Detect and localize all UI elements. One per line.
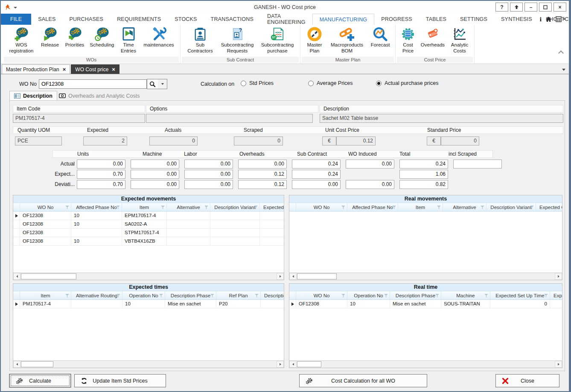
col-header[interactable]: Expected C: [260, 203, 284, 211]
doc-tab-master-production-plan[interactable]: Master Production Plan ×: [2, 64, 70, 74]
filter-icon[interactable]: [341, 294, 345, 297]
matrix-cell[interactable]: 0.24: [292, 160, 341, 168]
overheads-button[interactable]: Overheads: [418, 26, 448, 49]
horizontal-scrollbar[interactable]: [13, 273, 284, 280]
col-header[interactable]: WO No: [296, 291, 347, 299]
matrix-cell[interactable]: 0.00: [238, 160, 287, 168]
matrix-cell[interactable]: 0.82: [399, 180, 448, 189]
tab-progress[interactable]: PROGRESS: [374, 14, 419, 25]
filter-icon[interactable]: [65, 294, 69, 297]
description-field[interactable]: Sachet M02 Table basse: [320, 114, 563, 123]
scroll-right-icon[interactable]: [277, 273, 284, 280]
minimize-button[interactable]: –: [524, 3, 537, 12]
quantity-uom-field[interactable]: PCE: [15, 136, 62, 145]
doc-tab-close-icon[interactable]: ×: [63, 67, 66, 72]
col-header[interactable]: Alternative Routing: [71, 291, 122, 299]
tab-stocks[interactable]: STOCKS: [168, 14, 204, 25]
scroll-left-icon[interactable]: [289, 273, 297, 280]
calculate-button[interactable]: Calculate: [9, 374, 71, 387]
col-header[interactable]: Item: [122, 203, 167, 211]
subcontracting-requests-button[interactable]: ? Subcontracting Requests: [217, 26, 257, 54]
radio-average-prices[interactable]: Average Prices: [308, 80, 353, 86]
matrix-cell[interactable]: 0.00: [131, 160, 179, 168]
table-row[interactable]: PM170517-4 10 Mise en sachet P20: [13, 300, 284, 308]
radio-actual-purchase-prices[interactable]: Actual purchase prices: [376, 80, 438, 86]
doc-tab-wo-cost-price[interactable]: WO Cost price ×: [71, 64, 119, 74]
unit-cost-price-field[interactable]: 0.12: [336, 136, 376, 145]
scroll-left-icon[interactable]: [13, 273, 20, 280]
filter-icon[interactable]: [341, 206, 345, 209]
col-header[interactable]: WO No: [296, 203, 347, 211]
doc-strip-dropdown-icon[interactable]: [562, 69, 565, 71]
col-header[interactable]: Expecte: [550, 291, 562, 299]
scheduling-button[interactable]: Scheduling: [87, 26, 117, 49]
cost-price-button[interactable]: Cost Price: [398, 26, 418, 54]
filter-icon[interactable]: [481, 206, 484, 209]
tab-requirements[interactable]: REQUIREMENTS: [110, 14, 168, 25]
options-field[interactable]: [146, 114, 313, 123]
wo-no-input[interactable]: [39, 79, 147, 89]
matrix-cell[interactable]: 0.12: [238, 170, 287, 179]
col-header[interactable]: Expected C: [536, 203, 562, 211]
filter-icon[interactable]: [255, 294, 259, 297]
table-row[interactable]: OF12308 10 VBTB4X16ZB: [13, 237, 284, 246]
col-header[interactable]: Affected Phase No: [71, 203, 122, 211]
matrix-cell[interactable]: 0.00: [292, 180, 341, 189]
matrix-cell-incl-scraped[interactable]: [453, 160, 502, 168]
filter-icon[interactable]: [484, 294, 488, 297]
horizontal-scrollbar[interactable]: [13, 360, 284, 368]
col-header[interactable]: Alternative: [443, 203, 487, 211]
col-header[interactable]: Description Variant: [487, 203, 536, 211]
tab-sales[interactable]: SALES: [31, 14, 62, 25]
scroll-thumb[interactable]: [21, 273, 76, 279]
matrix-cell[interactable]: 0.12: [238, 180, 287, 189]
scroll-thumb[interactable]: [297, 273, 337, 279]
analytic-costs-button[interactable]: Analytic Costs: [448, 26, 472, 54]
filter-icon[interactable]: [384, 294, 388, 297]
filter-icon[interactable]: [161, 206, 165, 209]
matrix-cell[interactable]: 0.00: [184, 180, 233, 189]
wos-registration-button[interactable]: WOS registration: [5, 26, 38, 54]
scroll-left-icon[interactable]: [13, 361, 20, 368]
col-header[interactable]: Item: [20, 291, 71, 299]
col-header[interactable]: Machine: [441, 291, 490, 299]
matrix-cell[interactable]: 1.06: [399, 170, 448, 179]
matrix-cell[interactable]: 0.70: [77, 180, 125, 189]
col-header[interactable]: Description Phase: [390, 291, 441, 299]
update-item-std-prices-button[interactable]: Update Item Std Prices: [74, 374, 166, 387]
actuals-field[interactable]: 0: [149, 136, 198, 145]
col-header[interactable]: Expected Set Up Time: [490, 291, 550, 299]
tab-settings[interactable]: SETTINGS: [453, 14, 494, 25]
filter-icon[interactable]: [210, 294, 214, 297]
matrix-cell[interactable]: 0.00: [346, 180, 394, 189]
matrix-cell[interactable]: 0.00: [346, 160, 394, 168]
ribbon-pin-button[interactable]: [510, 3, 523, 12]
calculator-menu-button[interactable]: [556, 16, 565, 22]
info-icon[interactable]: i: [540, 16, 542, 23]
tab-overheads-analytic-costs[interactable]: Overheads and Analytic Costs: [55, 91, 144, 101]
sub-contractors-button[interactable]: Sub Contractors: [183, 26, 217, 54]
col-header[interactable]: Description Variant: [210, 203, 260, 211]
search-wo-button[interactable]: [147, 79, 158, 89]
maintenances-button[interactable]: maintenances: [140, 26, 178, 49]
matrix-cell[interactable]: 0.00: [184, 170, 233, 179]
search-dropdown-button[interactable]: [158, 79, 167, 89]
col-header[interactable]: Description: [261, 291, 284, 299]
scroll-right-icon[interactable]: [555, 273, 562, 280]
scraped-field[interactable]: 0: [234, 136, 283, 145]
scroll-right-icon[interactable]: [277, 361, 284, 368]
doc-tab-close-icon[interactable]: ×: [112, 67, 115, 72]
filter-icon[interactable]: [544, 294, 548, 297]
col-header[interactable]: Ref Plan: [216, 291, 261, 299]
matrix-cell[interactable]: 0.00: [77, 160, 125, 168]
table-row[interactable]: OF12308 10 Mise en sachet SOUS-TRAITAN 0: [289, 300, 562, 308]
tab-manufacturing[interactable]: MANUFACTURING: [312, 14, 375, 25]
tab-description[interactable]: Description: [9, 91, 57, 101]
scroll-thumb[interactable]: [21, 361, 53, 367]
maximize-button[interactable]: [539, 3, 552, 12]
help-button[interactable]: ?: [495, 3, 508, 12]
col-header[interactable]: WO No: [20, 203, 71, 211]
time-entries-button[interactable]: Time Entries: [117, 26, 140, 54]
tab-purchases[interactable]: PURCHASES: [63, 14, 111, 25]
table-row[interactable]: OF12308 10 SA0202-A: [13, 220, 284, 229]
